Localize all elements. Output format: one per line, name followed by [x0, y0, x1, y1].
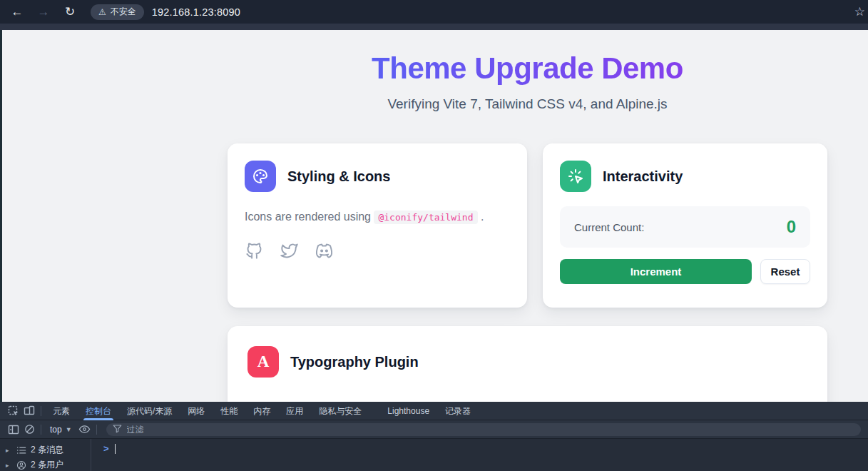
disclosure-triangle-icon[interactable]: ▸: [6, 447, 12, 454]
bookmark-star-icon[interactable]: ☆: [854, 4, 865, 19]
warning-icon: ⚠: [98, 8, 106, 16]
card-header: Styling & Icons: [245, 161, 510, 192]
card-title: Styling & Icons: [287, 168, 390, 185]
forward-icon[interactable]: →: [35, 4, 52, 21]
interactivity-card: Interactivity Current Count: 0 Increment…: [543, 143, 827, 308]
typography-card: A Typography Plugin: [228, 326, 827, 402]
console-sidebar: ▸ 2 条消息 ▸ 2 条用户: [0, 439, 91, 471]
card-title: Interactivity: [603, 168, 683, 185]
styling-icons-card: Styling & Icons Icons are rendered using…: [228, 143, 527, 308]
tab-elements[interactable]: 元素: [45, 402, 78, 420]
sidebar-item-user-messages[interactable]: ▸ 2 条用户: [0, 457, 91, 471]
desc-prefix: Icons are rendered using: [245, 211, 371, 223]
social-icons-row: [245, 241, 510, 260]
divider: [41, 425, 41, 435]
address-bar[interactable]: 192.168.1.23:8090: [152, 6, 240, 18]
console-sidebar-toggle-icon[interactable]: [6, 422, 21, 437]
card-header: Interactivity: [560, 161, 810, 192]
github-icon[interactable]: [245, 241, 264, 260]
card-header: A Typography Plugin: [247, 346, 807, 378]
disclosure-triangle-icon[interactable]: ▸: [6, 462, 12, 469]
console-filter[interactable]: [106, 423, 861, 436]
toolbar-lower-band: [0, 24, 868, 30]
button-row: Increment Reset: [560, 259, 810, 284]
live-expression-eye-icon[interactable]: [77, 422, 93, 437]
typography-letter: A: [257, 353, 270, 371]
context-selector-value: top: [50, 425, 62, 435]
twitter-icon[interactable]: [280, 241, 299, 260]
tab-memory[interactable]: 内存: [245, 402, 278, 420]
tab-console[interactable]: 控制台: [78, 402, 119, 420]
page-viewport: Theme Upgrade Demo Verifying Vite 7, Tai…: [0, 30, 868, 402]
content-container: Theme Upgrade Demo Verifying Vite 7, Tai…: [228, 30, 827, 402]
code-chip: @iconify/tailwind: [374, 211, 477, 224]
page-subtitle: Verifying Vite 7, Tailwind CSS v4, and A…: [228, 96, 827, 112]
tab-lighthouse[interactable]: Lighthouse: [379, 402, 437, 420]
divider: [41, 406, 41, 416]
security-label: 不安全: [111, 6, 136, 18]
reload-icon[interactable]: ↻: [61, 4, 78, 21]
context-selector[interactable]: top ▼: [45, 425, 77, 435]
browser-window: ← → ↻ ⚠ 不安全 192.168.1.23:8090 ☆ Theme Up…: [0, 0, 868, 471]
message-list-icon: [16, 445, 26, 455]
tab-network[interactable]: 网络: [180, 402, 213, 420]
letter-a-icon: A: [247, 346, 279, 378]
text-caret: [115, 444, 116, 454]
card-title: Typography Plugin: [290, 354, 419, 370]
increment-button[interactable]: Increment: [560, 259, 752, 284]
clear-console-icon[interactable]: [21, 422, 37, 437]
user-icon: [16, 460, 26, 470]
palette-icon: [245, 161, 276, 192]
devtools-tabbar: 元素 控制台 源代码/来源 网络 性能 内存 应用 隐私与安全 Lighthou…: [0, 402, 868, 420]
sidebar-item-label: 2 条用户: [31, 459, 63, 471]
count-box: Current Count: 0: [560, 206, 810, 248]
discord-icon[interactable]: [315, 241, 334, 260]
browser-toolbar: ← → ↻ ⚠ 不安全 192.168.1.23:8090 ☆: [0, 0, 868, 24]
sidebar-item-label: 2 条消息: [31, 444, 63, 456]
reset-button[interactable]: Reset: [760, 259, 810, 284]
divider: [96, 425, 97, 435]
tab-recorder[interactable]: 记录器: [437, 402, 479, 420]
tab-sources[interactable]: 源代码/来源: [119, 402, 180, 420]
back-icon[interactable]: ←: [9, 4, 26, 21]
chevron-down-icon: ▼: [66, 426, 72, 433]
device-toolbar-icon[interactable]: [21, 403, 37, 419]
cursor-click-icon: [560, 161, 591, 192]
count-value: 0: [787, 217, 796, 237]
desc-suffix: .: [481, 211, 484, 223]
tab-performance[interactable]: 性能: [213, 402, 245, 420]
filter-funnel-icon: [113, 423, 122, 436]
devtools-panel: 元素 控制台 源代码/来源 网络 性能 内存 应用 隐私与安全 Lighthou…: [0, 402, 868, 471]
inspect-element-icon[interactable]: [6, 403, 21, 419]
sidebar-item-messages[interactable]: ▸ 2 条消息: [0, 442, 91, 457]
security-badge[interactable]: ⚠ 不安全: [91, 4, 144, 20]
console-toolbar: top ▼: [0, 420, 868, 439]
tab-privacy-security[interactable]: 隐私与安全: [311, 402, 369, 420]
console-prompt[interactable]: >: [91, 439, 868, 471]
tab-application[interactable]: 应用: [278, 402, 311, 420]
cards-grid: Styling & Icons Icons are rendered using…: [228, 143, 827, 308]
page-title: Theme Upgrade Demo: [228, 30, 827, 86]
styling-description: Icons are rendered using @iconify/tailwi…: [245, 211, 510, 223]
console-body: ▸ 2 条消息 ▸ 2 条用户 >: [0, 439, 868, 471]
count-label: Current Count:: [574, 221, 644, 233]
filter-input[interactable]: [127, 425, 854, 435]
console-prompt-chevron-icon: >: [103, 444, 109, 454]
